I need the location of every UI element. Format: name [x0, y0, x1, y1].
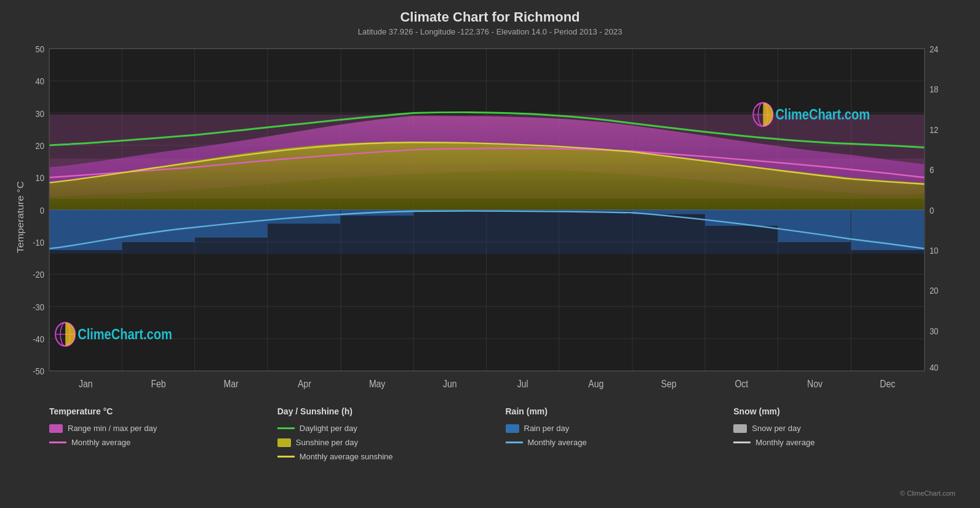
svg-text:Apr: Apr: [298, 377, 311, 389]
svg-text:Jul: Jul: [517, 377, 528, 389]
logo-bottom-left: ClimeChart.com: [55, 323, 172, 346]
svg-text:Dec: Dec: [880, 377, 895, 389]
svg-text:Oct: Oct: [735, 377, 748, 389]
legend-col-rain: Rain (mm) Rain per day Monthly average: [506, 406, 734, 501]
y-axis-right-bottom: 10 20 30 40: [930, 245, 939, 373]
legend-line-sunshine-avg: [277, 456, 295, 458]
svg-text:Aug: Aug: [588, 377, 604, 389]
legend-item-daylight: Daylight per day: [277, 424, 506, 433]
svg-text:18: 18: [930, 84, 939, 94]
legend-swatch-snow: [733, 424, 747, 433]
chart-area: 50 40 30 20 10 0 -10 -20 -30 -40 -50 Tem…: [12, 41, 968, 400]
main-chart-svg: 50 40 30 20 10 0 -10 -20 -30 -40 -50 Tem…: [12, 41, 968, 400]
y-axis-right-top: 24 18 12 6 0: [930, 44, 939, 216]
svg-text:40: 40: [930, 362, 939, 373]
data-layers: [49, 112, 925, 254]
svg-text:-40: -40: [33, 334, 44, 344]
svg-text:20: 20: [36, 140, 45, 151]
legend-label-temp-range: Range min / max per day: [68, 424, 157, 433]
svg-text:ClimeChart.com: ClimeChart.com: [78, 326, 172, 343]
svg-text:40: 40: [36, 76, 45, 86]
legend-label-sunshine: Sunshine per day: [296, 438, 358, 447]
svg-text:20: 20: [930, 285, 939, 296]
legend-line-snow-avg: [733, 441, 751, 443]
legend-label-rain: Rain per day: [524, 424, 570, 433]
legend-title-temp: Temperature °C: [49, 406, 277, 416]
svg-text:0: 0: [40, 205, 44, 216]
svg-text:-10: -10: [33, 237, 44, 248]
legend-label-daylight: Daylight per day: [300, 424, 357, 433]
svg-text:24: 24: [930, 44, 939, 54]
legend-item-sunshine-avg: Monthly average sunshine: [277, 452, 506, 461]
svg-text:Feb: Feb: [151, 377, 165, 389]
svg-text:10: 10: [930, 245, 939, 256]
legend-label-sunshine-avg: Monthly average sunshine: [300, 452, 393, 461]
svg-text:ClimeChart.com: ClimeChart.com: [775, 107, 870, 123]
svg-text:-50: -50: [33, 366, 44, 376]
legend-swatch-temp-range: [49, 424, 63, 433]
legend-col-sunshine: Day / Sunshine (h) Daylight per day Suns…: [277, 406, 506, 501]
legend-item-rain: Rain per day: [506, 424, 734, 433]
svg-text:-20: -20: [33, 269, 44, 280]
copyright: © ClimeChart.com: [900, 490, 955, 497]
legend-title-sunshine: Day / Sunshine (h): [277, 406, 506, 416]
svg-text:Nov: Nov: [807, 377, 823, 389]
page-container: Climate Chart for Richmond Latitude 37.9…: [0, 0, 980, 508]
legend-label-snow-avg: Monthly average: [755, 438, 815, 447]
svg-text:12: 12: [930, 124, 939, 135]
legend-item-temp-range: Range min / max per day: [49, 424, 277, 433]
svg-text:0: 0: [930, 205, 934, 216]
legend-label-rain-avg: Monthly average: [528, 438, 587, 447]
svg-text:Jan: Jan: [79, 377, 93, 389]
legend-swatch-sunshine: [277, 438, 291, 447]
legend-title-rain: Rain (mm): [506, 406, 734, 416]
legend-swatch-rain: [506, 424, 519, 433]
legend-line-temp-avg: [49, 441, 66, 443]
legend-label-snow: Snow per day: [752, 424, 801, 433]
svg-text:May: May: [369, 377, 386, 389]
legend-item-sunshine: Sunshine per day: [277, 438, 506, 447]
legend-title-snow: Snow (mm): [733, 406, 962, 416]
legend-line-daylight: [277, 427, 295, 429]
svg-text:30: 30: [36, 108, 45, 118]
legend-item-snow-avg: Monthly average: [733, 438, 962, 447]
chart-subtitle: Latitude 37.926 - Longitude -122.376 - E…: [12, 27, 968, 36]
svg-text:10: 10: [36, 172, 45, 183]
legend-line-rain-avg: [506, 441, 523, 443]
y-axis-left: 50 40 30 20 10 0 -10 -20 -30 -40 -50: [33, 44, 44, 377]
chart-svg-container: 50 40 30 20 10 0 -10 -20 -30 -40 -50 Tem…: [12, 41, 968, 400]
svg-text:Sep: Sep: [661, 377, 677, 389]
legend-col-snow: Snow (mm) Snow per day Monthly average: [733, 406, 962, 501]
svg-text:6: 6: [930, 164, 934, 175]
logo-top-right: ClimeChart.com: [753, 103, 870, 126]
svg-text:30: 30: [930, 326, 939, 336]
y-left-label: Temperature °C: [15, 181, 25, 253]
legend-col-temperature: Temperature °C Range min / max per day M…: [49, 406, 277, 501]
svg-text:50: 50: [36, 44, 45, 54]
legend-label-temp-avg: Monthly average: [71, 438, 130, 447]
svg-text:Mar: Mar: [224, 377, 239, 389]
legend-item-snow: Snow per day: [733, 424, 962, 433]
svg-text:Jun: Jun: [443, 377, 457, 389]
legend-item-rain-avg: Monthly average: [506, 438, 734, 447]
legend-item-temp-avg: Monthly average: [49, 438, 277, 447]
x-axis-months: Jan Feb Mar Apr May Jun Jul Aug Sep Oct …: [79, 377, 896, 389]
svg-text:-30: -30: [33, 302, 44, 312]
chart-title: Climate Chart for Richmond: [12, 9, 968, 25]
legend-area: Temperature °C Range min / max per day M…: [12, 403, 968, 502]
svg-rect-71: [49, 210, 925, 254]
